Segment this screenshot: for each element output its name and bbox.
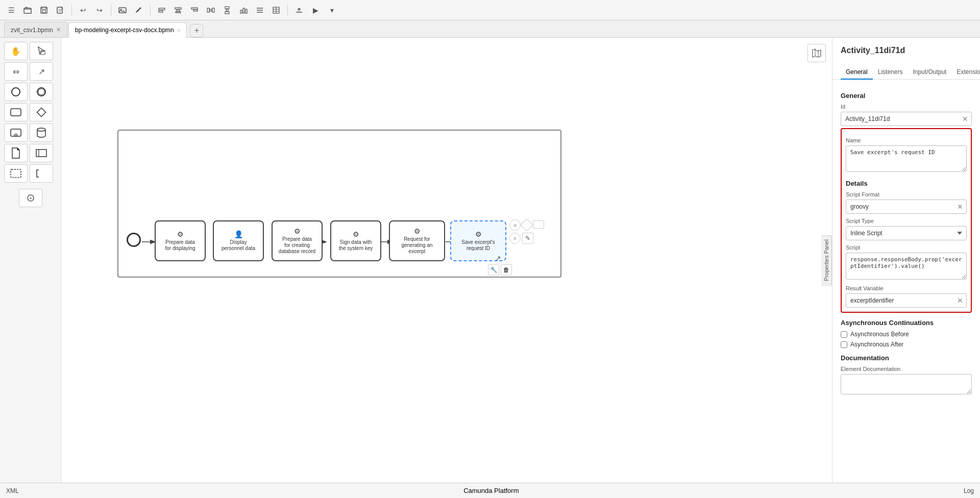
canvas-area[interactable]: Properties Panel xyxy=(61,38,832,483)
expand-tool[interactable]: + xyxy=(19,189,42,207)
status-platform: Camunda Platform xyxy=(463,487,519,494)
script-textarea[interactable]: response.responseBody.prop('excerptIdent… xyxy=(846,253,967,280)
tab-bp-modeling[interactable]: bp-modeling-excerpt-csv-docx.bpmn ○ xyxy=(68,22,187,38)
task-actions-bottom: 🔧 🗑 xyxy=(488,264,512,276)
intermediate-event-tool[interactable] xyxy=(30,83,53,101)
tab-zvit-label: zvit_csv1.bpmn xyxy=(11,27,53,34)
svg-rect-11 xyxy=(176,12,181,13)
svg-rect-4 xyxy=(57,7,62,13)
status-log[interactable]: Log xyxy=(964,487,974,494)
id-field-input[interactable] xyxy=(841,112,972,126)
id-field-label: Id xyxy=(841,104,972,110)
result-variable-input[interactable] xyxy=(846,293,967,308)
distribute-v-button[interactable] xyxy=(220,3,234,17)
prop-tab-general[interactable]: General xyxy=(841,65,873,80)
align-right-button[interactable] xyxy=(187,3,202,17)
add-tab-button[interactable]: + xyxy=(190,24,203,37)
action-edit[interactable]: ✎ xyxy=(522,233,533,244)
task-prepare-displaying[interactable]: ⚙ Prepare datafor displaying xyxy=(155,220,206,261)
align-left-button[interactable] xyxy=(155,3,169,17)
script-type-label: Script Type xyxy=(846,218,967,224)
async-before-checkbox[interactable] xyxy=(841,331,847,338)
connect-tool[interactable]: ↗ xyxy=(30,62,53,81)
svg-rect-8 xyxy=(159,11,163,12)
start-event[interactable] xyxy=(127,233,141,247)
start-event-tool[interactable] xyxy=(4,83,28,101)
hand-tool[interactable]: ✋ xyxy=(4,42,28,60)
annotation-tool[interactable] xyxy=(30,164,53,183)
save-button[interactable] xyxy=(37,3,51,17)
data-store-tool[interactable] xyxy=(30,123,53,142)
result-variable-clear[interactable]: ✕ xyxy=(955,296,965,305)
move-tool[interactable]: ⇔ xyxy=(4,62,28,81)
action-connect-diagonal[interactable]: ↗ xyxy=(495,254,501,262)
table-button[interactable] xyxy=(269,3,283,17)
redo-button[interactable]: ↪ xyxy=(92,3,107,17)
action-trash[interactable]: 🗑 xyxy=(501,264,512,276)
status-xml[interactable]: XML xyxy=(6,487,19,494)
action-event[interactable]: ○ xyxy=(509,219,521,231)
tab-zvit-close[interactable]: ✕ xyxy=(56,27,61,33)
action-task[interactable] xyxy=(533,220,544,229)
menu-button[interactable]: ☰ xyxy=(4,3,18,17)
task-display-personnel[interactable]: 👤 Displaypersonnel data xyxy=(213,220,264,261)
upload-button[interactable] xyxy=(292,3,306,17)
properties-header: Activity_11di71d xyxy=(832,38,980,65)
play-button[interactable]: ▶ xyxy=(308,3,323,17)
svg-point-27 xyxy=(38,89,44,95)
name-field-label: Name xyxy=(846,137,967,143)
prop-tab-io[interactable]: Input/Output xyxy=(908,65,951,80)
task-prepare-db-record[interactable]: ⚙ Prepare datafor creatingdatabase recor… xyxy=(272,220,323,261)
more-button[interactable]: ▾ xyxy=(325,3,339,17)
element-doc-input[interactable] xyxy=(841,374,972,394)
task-sign-data[interactable]: ⚙ Sign data withthe system key xyxy=(330,220,381,261)
svg-point-33 xyxy=(37,128,45,131)
svg-rect-13 xyxy=(193,10,198,11)
svg-rect-19 xyxy=(225,12,229,14)
distribute-h-button[interactable] xyxy=(204,3,218,17)
prop-tab-listeners[interactable]: Listeners xyxy=(873,65,908,80)
properties-panel-toggle[interactable]: Properties Panel xyxy=(821,235,832,285)
group-tool[interactable] xyxy=(4,164,28,183)
action-wrench[interactable]: 🔧 xyxy=(488,264,499,276)
edit-button[interactable] xyxy=(132,3,146,17)
align-center-button[interactable] xyxy=(171,3,185,17)
list-button[interactable] xyxy=(253,3,267,17)
tab-zvit[interactable]: zvit_csv1.bpmn ✕ xyxy=(4,22,67,37)
svg-rect-14 xyxy=(207,8,209,12)
script-type-select[interactable]: Inline Script External Resource xyxy=(846,226,967,240)
id-field-clear[interactable]: ✕ xyxy=(961,114,970,123)
tab-bp-modeling-close[interactable]: ○ xyxy=(177,27,181,33)
subprocess-tool[interactable]: + xyxy=(4,123,28,142)
chart-button[interactable] xyxy=(236,3,251,17)
task-request-excerpt[interactable]: ⚙ Request forgenerating anexcerpt xyxy=(389,220,445,261)
tool-row-5: + xyxy=(4,123,57,142)
save-as-button[interactable] xyxy=(53,3,67,17)
open-button[interactable] xyxy=(20,3,35,17)
data-object-tool[interactable] xyxy=(4,144,28,162)
script-format-input[interactable] xyxy=(846,200,967,214)
doc-section-title: Documentation xyxy=(841,354,972,362)
prop-tab-extensions[interactable]: Extensions xyxy=(951,65,980,80)
script-format-clear[interactable]: ✕ xyxy=(955,202,965,211)
svg-rect-22 xyxy=(246,9,247,13)
result-variable-wrapper: ✕ xyxy=(846,293,967,308)
name-field-input[interactable]: Save excerpt's request ID xyxy=(846,145,967,172)
properties-body: General Id ✕ Name Save excerpt's request… xyxy=(832,80,980,483)
async-after-checkbox[interactable] xyxy=(841,341,847,348)
select-tool[interactable] xyxy=(30,42,53,60)
map-icon[interactable] xyxy=(807,44,826,62)
gateway-tool[interactable] xyxy=(30,103,53,121)
undo-button[interactable]: ↩ xyxy=(76,3,90,17)
tool-row-1: ✋ xyxy=(4,42,57,60)
async-after-row: Asynchronous After xyxy=(841,341,972,348)
svg-rect-34 xyxy=(36,150,46,157)
image-button[interactable] xyxy=(115,3,130,17)
svg-point-25 xyxy=(12,88,20,96)
svg-rect-36 xyxy=(11,169,21,178)
pool-tool[interactable] xyxy=(30,144,53,162)
task-tool[interactable] xyxy=(4,103,28,121)
svg-rect-21 xyxy=(243,8,244,13)
action-gateway[interactable] xyxy=(520,218,533,231)
action-event2[interactable]: ○ xyxy=(509,233,521,244)
